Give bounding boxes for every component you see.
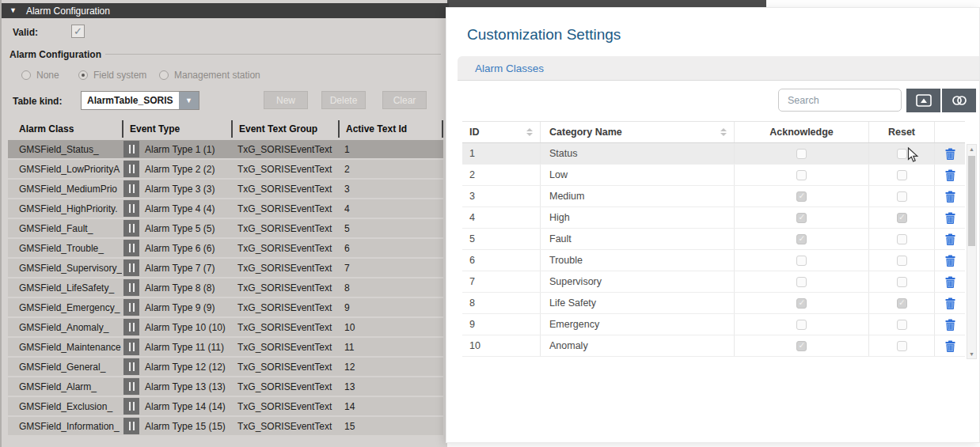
alarm-table-row[interactable]: GMSField_LowPriorityAAlarm Type 2 (2)TxG…	[8, 160, 443, 178]
row-handle-icon[interactable]	[123, 161, 139, 177]
header-active-text-id[interactable]: Active Text Id	[338, 120, 443, 138]
alarm-table-row[interactable]: GMSField_Supervisory_Alarm Type 7 (7)TxG…	[8, 259, 443, 277]
alarm-class-row[interactable]: 3Medium	[462, 186, 965, 207]
reset-checkbox[interactable]	[897, 320, 907, 330]
alarm-class-row[interactable]: 1Status	[462, 143, 965, 165]
alarm-table-row[interactable]: GMSField_Trouble_Alarm Type 6 (6)TxG_SOR…	[8, 239, 443, 257]
scroll-down-icon[interactable]: ▼	[967, 351, 976, 357]
alarm-class-row[interactable]: 9Emergency	[462, 314, 965, 335]
row-handle-icon[interactable]	[123, 279, 139, 296]
delete-row-button[interactable]	[945, 169, 955, 181]
table-kind-dropdown[interactable]: AlarmTable_SORIS ▼	[81, 91, 199, 110]
row-handle-icon[interactable]	[123, 319, 139, 335]
delete-row-button[interactable]	[945, 191, 955, 203]
scroll-up-icon[interactable]: ▲	[967, 146, 976, 152]
delete-row-button[interactable]	[945, 297, 955, 309]
acknowledge-checkbox[interactable]	[796, 149, 807, 159]
alarm-class-row[interactable]: 10Anomaly	[462, 335, 965, 357]
collapse-icon[interactable]: ▼	[9, 7, 17, 14]
reset-checkbox[interactable]	[897, 149, 907, 159]
row-handle-icon[interactable]	[123, 200, 139, 217]
reset-checkbox[interactable]	[897, 277, 907, 287]
delete-row-button[interactable]	[945, 233, 955, 245]
alarm-class-cell: GMSField_Status_	[8, 144, 122, 155]
alarm-table-row[interactable]: GMSField_HighPriority.Alarm Type 4 (4)Tx…	[8, 199, 443, 218]
row-handle-icon[interactable]	[123, 378, 139, 395]
row-handle-icon[interactable]	[123, 240, 139, 256]
alarm-table-row[interactable]: GMSField_Alarm_Alarm Type 13 (13)TxG_SOR…	[8, 377, 443, 396]
scrollbar-thumb[interactable]	[968, 156, 975, 246]
alarm-class-row[interactable]: 8Life Safety	[462, 293, 965, 314]
row-handle-icon[interactable]	[123, 220, 139, 237]
alarm-table-row[interactable]: GMSField_Fault_Alarm Type 5 (5)TxG_SORIS…	[8, 219, 443, 237]
sort-icon[interactable]	[526, 128, 533, 136]
alarm-table-row[interactable]: GMSField_Status_Alarm Type 1 (1)TxG_SORI…	[8, 140, 443, 158]
event-text-group-cell: TxG_SORISEventText	[231, 223, 338, 234]
reset-checkbox[interactable]	[897, 256, 907, 266]
valid-checkbox[interactable]: ✓	[71, 25, 85, 38]
delete-row-button[interactable]	[945, 212, 955, 224]
panel-titlebar[interactable]: ▼ Alarm Configuration	[2, 3, 449, 18]
delete-row-button[interactable]	[945, 255, 955, 267]
sort-icon[interactable]	[720, 128, 727, 136]
id-cell: 5	[462, 229, 540, 249]
alarm-classes-section-header[interactable]: Alarm Classes	[458, 56, 979, 81]
reset-checkbox[interactable]	[897, 213, 907, 223]
alarm-table-row[interactable]: GMSField_Anomaly_Alarm Type 10 (10)TxG_S…	[8, 318, 443, 336]
radio-field-system[interactable]: Field system	[78, 70, 146, 81]
row-handle-icon[interactable]	[123, 418, 139, 434]
toggle-view-button[interactable]	[942, 89, 976, 112]
acknowledge-checkbox[interactable]	[796, 298, 807, 309]
alarm-class-row[interactable]: 4High	[462, 207, 965, 229]
row-handle-icon[interactable]	[123, 180, 139, 197]
acknowledge-checkbox[interactable]	[796, 170, 807, 180]
acknowledge-checkbox[interactable]	[796, 277, 807, 287]
reset-checkbox[interactable]	[897, 170, 907, 180]
new-button[interactable]: New	[264, 91, 308, 109]
clear-button[interactable]: Clear	[382, 91, 427, 109]
delete-row-button[interactable]	[945, 148, 955, 160]
reset-checkbox[interactable]	[897, 191, 907, 202]
reset-checkbox[interactable]	[897, 341, 907, 351]
acknowledge-checkbox[interactable]	[796, 341, 807, 351]
delete-row-button[interactable]	[945, 340, 955, 352]
alarm-table-row[interactable]: GMSField_MediumPrioAlarm Type 3 (3)TxG_S…	[8, 180, 443, 198]
delete-row-button[interactable]	[945, 319, 955, 331]
row-handle-icon[interactable]	[123, 259, 139, 276]
radio-none[interactable]: None	[21, 70, 59, 81]
reset-checkbox[interactable]	[897, 298, 907, 309]
alarm-table-row[interactable]: GMSField_General_Alarm Type 12 (12)TxG_S…	[8, 358, 443, 376]
header-event-text-group[interactable]: Event Text Group	[231, 120, 338, 138]
alarm-class-row[interactable]: 2Low	[462, 165, 965, 186]
header-category-name[interactable]: Category Name	[540, 122, 734, 142]
header-id[interactable]: ID	[462, 122, 540, 142]
acknowledge-checkbox[interactable]	[796, 234, 807, 244]
delete-row-button[interactable]	[945, 276, 955, 288]
delete-button[interactable]: Delete	[321, 91, 366, 109]
chevron-down-icon[interactable]: ▼	[179, 92, 199, 109]
reset-checkbox[interactable]	[897, 234, 907, 244]
vertical-scrollbar[interactable]: ▲ ▼	[967, 144, 977, 359]
header-alarm-class[interactable]: Alarm Class	[8, 120, 122, 138]
alarm-table-row[interactable]: GMSField_Information_Alarm Type 15 (15)T…	[8, 417, 443, 435]
header-event-type[interactable]: Event Type	[122, 120, 231, 138]
row-handle-icon[interactable]	[123, 299, 139, 316]
alarm-table-row[interactable]: GMSField_MaintenanceAlarm Type 11 (11)Tx…	[8, 338, 443, 356]
alarm-class-row[interactable]: 7Supervisory	[462, 271, 965, 293]
row-handle-icon[interactable]	[123, 358, 139, 375]
alarm-class-row[interactable]: 5Fault	[462, 229, 965, 250]
alarm-table-row[interactable]: GMSField_LifeSafety_Alarm Type 8 (8)TxG_…	[8, 278, 443, 297]
row-handle-icon[interactable]	[123, 141, 139, 157]
alarm-class-row[interactable]: 6Trouble	[462, 250, 965, 271]
acknowledge-checkbox[interactable]	[796, 320, 807, 330]
acknowledge-checkbox[interactable]	[796, 256, 807, 266]
row-handle-icon[interactable]	[123, 398, 139, 415]
alarm-table-row[interactable]: GMSField_Emergency_Alarm Type 9 (9)TxG_S…	[8, 298, 443, 316]
radio-management-station[interactable]: Management station	[159, 70, 260, 81]
row-handle-icon[interactable]	[123, 339, 139, 355]
alarm-table-row[interactable]: GMSField_Exclusion_Alarm Type 14 (14)TxG…	[8, 397, 443, 415]
acknowledge-checkbox[interactable]	[796, 213, 807, 223]
acknowledge-checkbox[interactable]	[796, 191, 807, 202]
image-view-button[interactable]	[906, 89, 940, 112]
search-input[interactable]	[778, 89, 902, 112]
